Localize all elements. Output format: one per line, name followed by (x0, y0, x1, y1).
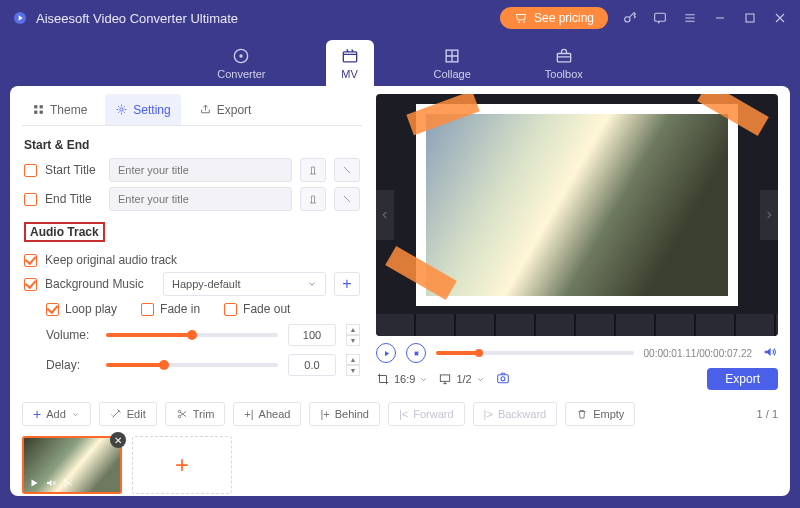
tab-theme-label: Theme (50, 103, 87, 117)
delay-slider[interactable] (106, 363, 278, 367)
svg-rect-11 (34, 105, 37, 108)
backward-button[interactable]: |>Backward (473, 402, 558, 426)
export-icon (199, 103, 212, 116)
fade-in-checkbox[interactable] (141, 303, 154, 316)
delay-value[interactable]: 0.0 (288, 354, 336, 376)
maximize-icon[interactable] (742, 10, 758, 26)
zoom-select[interactable]: 1/2 (438, 372, 484, 386)
crop-icon (376, 372, 390, 386)
play-icon[interactable] (28, 477, 40, 489)
close-icon[interactable] (772, 10, 788, 26)
fade-out-label: Fade out (243, 302, 290, 316)
nav-toolbox[interactable]: Toolbox (531, 40, 597, 86)
chevron-down-icon (307, 279, 317, 289)
nav-mv-label: MV (341, 68, 358, 80)
start-title-font-button[interactable] (300, 158, 326, 182)
preview-next-button[interactable] (760, 190, 778, 240)
delay-up[interactable]: ▲ (346, 354, 360, 365)
delay-label: Delay: (46, 358, 96, 372)
bg-music-label: Background Music (45, 277, 155, 291)
delay-down[interactable]: ▼ (346, 365, 360, 376)
svg-point-3 (625, 17, 630, 22)
svg-rect-8 (343, 52, 356, 62)
see-pricing-button[interactable]: See pricing (500, 7, 608, 29)
grid-icon (32, 103, 45, 116)
volume-up[interactable]: ▲ (346, 324, 360, 335)
page-indicator: 1 / 1 (757, 408, 778, 420)
svg-rect-10 (557, 54, 570, 62)
toolbox-icon (554, 46, 574, 66)
svg-point-22 (64, 479, 67, 482)
add-button[interactable]: +Add (22, 402, 91, 426)
key-icon[interactable] (622, 10, 638, 26)
start-title-clear-button[interactable] (334, 158, 360, 182)
minimize-icon[interactable] (712, 10, 728, 26)
app-logo-icon (12, 10, 28, 26)
bg-music-select[interactable]: Happy-default (163, 272, 326, 296)
svg-point-15 (120, 108, 123, 111)
tab-setting-label: Setting (133, 103, 170, 117)
volume-down[interactable]: ▼ (346, 335, 360, 346)
screen-icon (438, 372, 452, 386)
edit-button[interactable]: Edit (99, 402, 157, 426)
svg-rect-16 (414, 351, 418, 355)
snapshot-button[interactable] (495, 370, 511, 389)
fade-out-checkbox[interactable] (224, 303, 237, 316)
fade-in-label: Fade in (160, 302, 200, 316)
tab-export[interactable]: Export (189, 94, 262, 125)
filmstrip (376, 314, 778, 336)
empty-button[interactable]: Empty (565, 402, 635, 426)
volume-icon[interactable] (762, 344, 778, 363)
end-title-clear-button[interactable] (334, 187, 360, 211)
svg-rect-18 (497, 374, 508, 382)
loop-label: Loop play (65, 302, 117, 316)
wand-icon (110, 408, 122, 420)
preview-prev-button[interactable] (376, 190, 394, 240)
nav-mv[interactable]: MV (326, 40, 374, 86)
tab-theme[interactable]: Theme (22, 94, 97, 125)
mute-icon[interactable] (45, 477, 57, 489)
nav-converter[interactable]: Converter (203, 40, 279, 86)
volume-label: Volume: (46, 328, 96, 342)
end-title-font-button[interactable] (300, 187, 326, 211)
keep-original-label: Keep original audio track (45, 253, 177, 267)
ahead-button[interactable]: +|Ahead (233, 402, 301, 426)
chevron-down-icon (476, 375, 485, 384)
add-music-button[interactable]: + (334, 272, 360, 296)
behind-button[interactable]: |+Behind (309, 402, 380, 426)
tab-export-label: Export (217, 103, 252, 117)
keep-original-checkbox[interactable] (24, 254, 37, 267)
scissors-icon[interactable] (62, 477, 74, 489)
progress-slider[interactable] (436, 351, 634, 355)
end-title-label: End Title (45, 192, 101, 206)
bg-music-checkbox[interactable] (24, 278, 37, 291)
start-title-checkbox[interactable] (24, 164, 37, 177)
loop-checkbox[interactable] (46, 303, 59, 316)
feedback-icon[interactable] (652, 10, 668, 26)
forward-button[interactable]: |<Forward (388, 402, 465, 426)
preview-area (376, 94, 778, 336)
svg-rect-4 (655, 13, 666, 21)
app-title: Aiseesoft Video Converter Ultimate (36, 11, 238, 26)
menu-icon[interactable] (682, 10, 698, 26)
aspect-ratio-select[interactable]: 16:9 (376, 372, 428, 386)
volume-slider[interactable] (106, 333, 278, 337)
nav-collage[interactable]: Collage (420, 40, 485, 86)
trim-button[interactable]: Trim (165, 402, 226, 426)
svg-rect-17 (441, 375, 450, 381)
export-button[interactable]: Export (707, 368, 778, 390)
end-title-checkbox[interactable] (24, 193, 37, 206)
stop-button[interactable] (406, 343, 426, 363)
svg-point-1 (518, 21, 520, 23)
chevron-down-icon (71, 410, 80, 419)
start-title-label: Start Title (45, 163, 101, 177)
play-button[interactable] (376, 343, 396, 363)
clip-thumbnail[interactable]: ✕ (22, 436, 122, 494)
tab-setting[interactable]: Setting (105, 94, 180, 125)
volume-value[interactable]: 100 (288, 324, 336, 346)
end-title-input[interactable] (109, 187, 292, 211)
clip-remove-button[interactable]: ✕ (110, 432, 126, 448)
svg-point-21 (178, 415, 181, 418)
start-title-input[interactable] (109, 158, 292, 182)
add-clip-button[interactable]: + (132, 436, 232, 494)
